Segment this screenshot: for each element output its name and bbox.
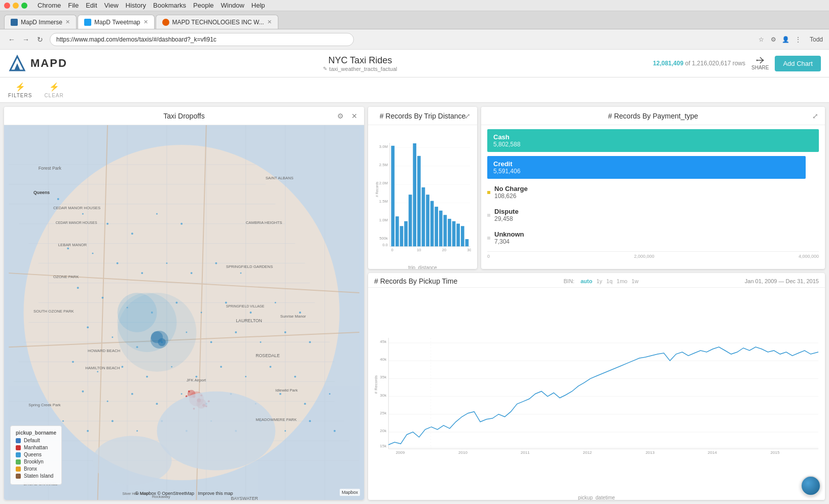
bin-1q[interactable]: 1q <box>606 278 612 284</box>
svg-text:MEADOWMERE PARK: MEADOWMERE PARK <box>256 417 297 422</box>
svg-point-49 <box>166 262 167 264</box>
svg-point-85 <box>131 393 133 395</box>
app-header: MAPD NYC Taxi Rides ✎ taxi_weather_tract… <box>0 50 829 77</box>
dashboard-subtitle: ✎ taxi_weather_tracts_factual <box>67 66 653 72</box>
dashboard-title: NYC Taxi Rides <box>67 55 653 66</box>
back-btn[interactable]: ← <box>6 34 17 45</box>
tab-mapd-tech[interactable]: MAPD TECHNOLOGIES INC W... ✕ <box>156 15 278 29</box>
svg-rect-175 <box>444 215 447 246</box>
user-name: Todd <box>810 36 823 43</box>
payment-item-credit[interactable]: Credit 5,591,406 <box>487 156 819 179</box>
nocharge-label: No Charge <box>494 185 528 192</box>
timeseries-body[interactable]: 45k 40k 35k 30k 25k 20k 15k <box>368 288 825 500</box>
payment-item-nocharge[interactable]: No Charge 108,626 <box>487 183 819 202</box>
legend-dot-manhattan <box>16 445 21 450</box>
clear-button[interactable]: ⚡ CLEAR <box>44 82 63 98</box>
payment-controls: ⤢ <box>810 110 821 122</box>
tab-label-mapd-tech: MAPD TECHNOLOGIES INC W... <box>172 19 264 26</box>
svg-text:30: 30 <box>467 248 471 252</box>
tab-close-mapd-tech[interactable]: ✕ <box>267 19 272 25</box>
maximize-window-btn[interactable] <box>21 3 27 9</box>
svg-marker-2 <box>14 63 20 70</box>
payment-panel: # Records By Payment_type ⤢ Cash 5,802,5… <box>481 107 825 269</box>
svg-text:2.0M: 2.0M <box>379 181 388 185</box>
timeseries-header: # Records By Pickup Time BIN: auto 1y 1q… <box>368 273 825 288</box>
svg-text:SOUTH OZONE PARK: SOUTH OZONE PARK <box>33 309 74 314</box>
payment-resize-btn[interactable]: ⤢ <box>810 110 821 122</box>
legend-label-manhattan: Manhattan <box>24 445 48 450</box>
extensions-icon[interactable]: ⚙ <box>769 35 778 44</box>
map-close-btn[interactable]: ✕ <box>349 110 360 122</box>
bin-1y[interactable]: 1y <box>596 278 602 284</box>
payment-item-dispute[interactable]: Dispute 29,458 <box>487 206 819 224</box>
svg-point-3 <box>756 59 758 61</box>
svg-point-57 <box>175 302 177 304</box>
svg-point-79 <box>220 366 222 368</box>
svg-point-80 <box>245 376 246 377</box>
svg-point-61 <box>275 302 276 303</box>
svg-rect-176 <box>448 219 451 246</box>
forward-btn[interactable]: → <box>20 34 31 45</box>
svg-rect-164 <box>395 216 399 246</box>
share-button[interactable]: SHARE <box>751 57 769 70</box>
svg-point-48 <box>141 272 143 274</box>
svg-text:HAMILTON BEACH: HAMILTON BEACH <box>85 366 120 370</box>
legend-label-queens: Queens <box>24 452 42 457</box>
timeseries-range: Jan 01, 2009 — Dec 31, 2015 <box>745 278 819 284</box>
bar-chart-resize-btn[interactable]: ⤢ <box>462 110 473 122</box>
svg-rect-179 <box>461 226 464 246</box>
svg-point-46 <box>92 253 93 254</box>
globe-button[interactable] <box>801 476 821 496</box>
svg-text:CEDAR MANOR HOUSES: CEDAR MANOR HOUSES <box>56 221 97 224</box>
bin-1mo[interactable]: 1mo <box>617 278 627 284</box>
cash-value: 5,802,588 <box>493 141 813 148</box>
close-window-btn[interactable] <box>4 3 10 9</box>
bin-label: BIN: <box>564 278 574 284</box>
credit-value: 5,591,406 <box>493 168 800 175</box>
svg-text:40k: 40k <box>380 357 387 362</box>
tab-close-mapd-immerse[interactable]: ✕ <box>65 19 70 25</box>
unknown-value: 7,304 <box>494 238 524 245</box>
svg-point-50 <box>191 272 193 274</box>
more-icon[interactable]: ⋮ <box>794 35 803 44</box>
payment-item-unknown[interactable]: Unknown 7,304 <box>487 228 819 247</box>
filter-icon: ⚡ <box>15 82 25 92</box>
map-container[interactable]: Forest Park SAINT ALBANS CAMBRIA HEIGHTS… <box>4 125 364 500</box>
profile-icon[interactable]: 👤 <box>781 35 790 44</box>
payment-item-cash[interactable]: Cash 5,802,588 <box>487 129 819 152</box>
bar-chart-body[interactable]: 3.0M 2.5M 2.0M 1.5M 1.0M 500k 0.0 <box>368 125 477 269</box>
svg-text:10: 10 <box>417 248 421 252</box>
svg-point-64 <box>112 336 113 338</box>
svg-text:1.5M: 1.5M <box>379 199 388 204</box>
osm-credit: © Mapbox © OpenStreetMap Improve this ma… <box>135 491 233 496</box>
filters-button[interactable]: ⚡ FILTERS <box>8 82 32 98</box>
bar-chart-svg: 3.0M 2.5M 2.0M 1.5M 1.0M 500k 0.0 <box>374 129 471 265</box>
bookmark-star-icon[interactable]: ☆ <box>757 35 766 44</box>
dispute-label: Dispute <box>494 208 519 215</box>
tab-mapd-immerse[interactable]: MapD Immerse ✕ <box>4 15 77 29</box>
svg-rect-169 <box>417 156 421 247</box>
svg-text:2010: 2010 <box>458 450 467 455</box>
bin-1w[interactable]: 1w <box>631 278 638 284</box>
svg-text:SPRINGFIELD VILLAGE: SPRINGFIELD VILLAGE <box>226 304 265 308</box>
bin-auto[interactable]: auto <box>581 278 592 284</box>
svg-point-73 <box>72 361 74 363</box>
svg-text:1.0M: 1.0M <box>379 218 388 222</box>
add-chart-button[interactable]: Add Chart <box>775 56 821 71</box>
bin-options: auto 1y 1q 1mo 1w <box>581 278 639 284</box>
legend-item-bronx: Bronx <box>16 466 56 472</box>
tab-close-tweetmap[interactable]: ✕ <box>143 19 148 25</box>
svg-text:2014: 2014 <box>708 450 717 455</box>
url-input[interactable] <box>50 33 354 46</box>
svg-point-68 <box>210 341 212 343</box>
window-controls[interactable] <box>4 3 27 9</box>
map-settings-btn[interactable]: ⚙ <box>335 110 346 122</box>
svg-rect-163 <box>391 146 394 247</box>
tab-mapd-tweetmap[interactable]: MapD Tweetmap ✕ <box>78 15 155 29</box>
svg-point-70 <box>260 341 261 343</box>
svg-text:JFK Airport: JFK Airport <box>187 378 206 382</box>
svg-point-56 <box>151 312 153 314</box>
refresh-btn[interactable]: ↻ <box>34 34 46 45</box>
edit-icon[interactable]: ✎ <box>323 66 327 71</box>
minimize-window-btn[interactable] <box>13 3 19 9</box>
